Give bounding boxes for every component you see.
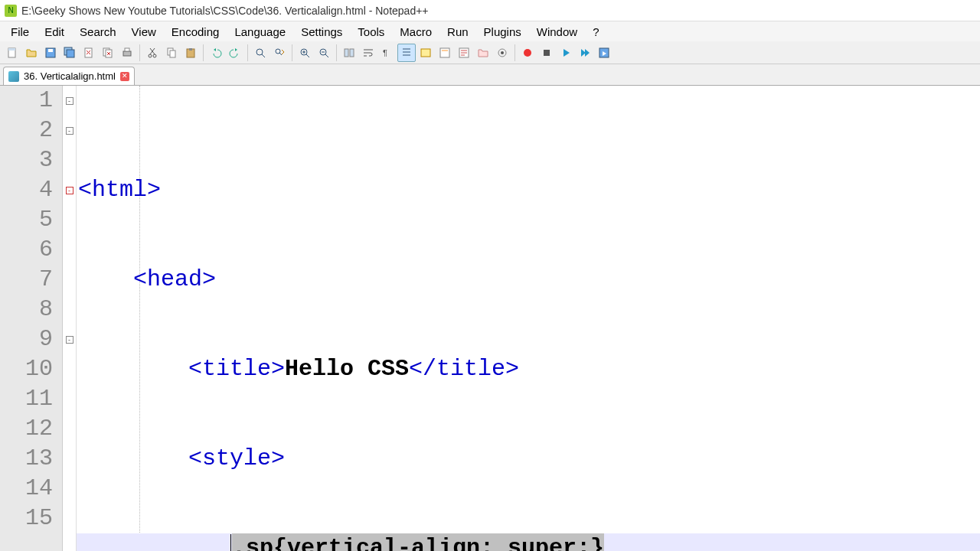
new-file-icon[interactable] [3,44,21,62]
svg-rect-16 [189,48,192,51]
fold-toggle-icon[interactable]: - [66,127,74,135]
svg-rect-24 [421,49,430,57]
code-line: .sp{vertical-align: super;} [77,533,980,551]
zoom-out-icon[interactable] [315,44,333,62]
svg-rect-9 [123,51,131,56]
play-multi-icon[interactable] [576,44,594,62]
svg-point-11 [149,54,152,57]
tab-label: 36. Verticalalign.html [24,70,116,82]
text-cursor [230,534,231,551]
svg-point-12 [153,54,156,57]
close-all-icon[interactable] [99,44,117,62]
menu-help[interactable]: ? [585,22,606,41]
replace-icon[interactable] [270,44,289,62]
zoom-in-icon[interactable] [296,44,314,62]
menu-language[interactable]: Language [227,22,293,41]
folder-workspace-icon[interactable] [474,44,492,62]
menu-settings[interactable]: Settings [293,22,350,41]
tabbar: 36. Verticalalign.html ✕ [0,64,980,86]
undo-icon[interactable] [207,44,225,62]
app-icon: N [5,5,17,17]
svg-rect-14 [170,51,175,57]
print-icon[interactable] [118,44,136,62]
line-number: 14 [0,474,53,504]
svg-rect-31 [544,50,550,56]
code-line: <head> [77,265,980,295]
svg-rect-22 [350,49,354,57]
function-list-icon[interactable] [455,44,473,62]
play-macro-icon[interactable] [557,44,575,62]
file-icon [8,71,19,82]
line-number: 2 [0,116,53,145]
line-number: 8 [0,295,53,324]
copy-icon[interactable] [162,44,181,62]
svg-rect-5 [67,50,74,57]
fold-toggle-icon[interactable]: - [66,97,74,105]
menu-run[interactable]: Run [439,22,476,41]
svg-point-29 [501,51,504,54]
line-number: 1 [0,86,53,116]
doc-map-icon[interactable] [436,44,454,62]
menu-file[interactable]: File [3,22,37,41]
toolbar-separator [139,44,140,61]
fold-toggle-icon[interactable]: - [66,336,74,344]
file-tab[interactable]: 36. Verticalalign.html ✕ [3,67,135,85]
window-title: E:\Geeky Shows New Youtube Tutorials\CSS… [21,5,429,17]
line-number: 4 [0,175,53,205]
stop-macro-icon[interactable] [537,44,556,62]
line-number: 3 [0,145,53,175]
word-wrap-icon[interactable] [359,44,377,62]
toolbar-separator [336,44,337,61]
svg-point-30 [524,49,531,57]
line-number-gutter: 1 2 3 4 5 6 7 8 9 10 11 12 13 14 15 [0,86,63,551]
line-number: 7 [0,265,53,295]
tab-close-icon[interactable]: ✕ [120,72,129,81]
redo-icon[interactable] [226,44,244,62]
toolbar-separator [292,44,292,61]
toolbar: ¶ [0,41,980,64]
menubar: File Edit Search View Encoding Language … [0,21,980,41]
monitor-icon[interactable] [493,44,511,62]
line-number: 10 [0,354,53,384]
svg-point-17 [256,49,263,55]
save-all-icon[interactable] [60,44,79,62]
menu-window[interactable]: Window [529,22,585,41]
sync-scroll-icon[interactable] [340,44,358,62]
code-line: <title>Hello CSS</title> [77,354,980,384]
menu-encoding[interactable]: Encoding [164,22,227,41]
fold-column: - - - - [63,86,77,551]
svg-rect-1 [8,48,15,51]
open-file-icon[interactable] [22,44,41,62]
line-number: 5 [0,205,53,235]
code-line: <html> [77,175,980,205]
toolbar-separator [247,44,248,61]
find-icon[interactable] [251,44,270,62]
editor: 1 2 3 4 5 6 7 8 9 10 11 12 13 14 15 - - … [0,86,980,551]
show-all-chars-icon[interactable]: ¶ [378,44,397,62]
code-area[interactable]: <html> <head> <title>Hello CSS</title> <… [77,86,980,551]
save-macro-icon[interactable] [595,44,613,62]
menu-tools[interactable]: Tools [350,22,392,41]
code-line: <style> [77,444,980,474]
close-icon[interactable] [80,44,98,62]
cut-icon[interactable] [143,44,162,62]
line-number: 15 [0,504,53,533]
line-number: 13 [0,444,53,474]
paste-icon[interactable] [181,44,200,62]
record-macro-icon[interactable] [518,44,537,62]
menu-plugins[interactable]: Plugins [476,22,529,41]
fold-toggle-icon[interactable]: - [66,187,74,194]
save-icon[interactable] [41,44,60,62]
indent-guide-icon[interactable] [397,44,416,62]
svg-rect-3 [48,49,53,52]
line-number: 12 [0,414,53,444]
svg-rect-21 [345,49,348,57]
menu-search[interactable]: Search [72,22,124,41]
menu-macro[interactable]: Macro [392,22,439,41]
line-number: 9 [0,324,53,354]
menu-view[interactable]: View [124,22,164,41]
titlebar: N E:\Geeky Shows New Youtube Tutorials\C… [0,0,980,21]
user-lang-icon[interactable] [416,44,435,62]
svg-rect-25 [440,48,449,57]
menu-edit[interactable]: Edit [37,22,72,41]
